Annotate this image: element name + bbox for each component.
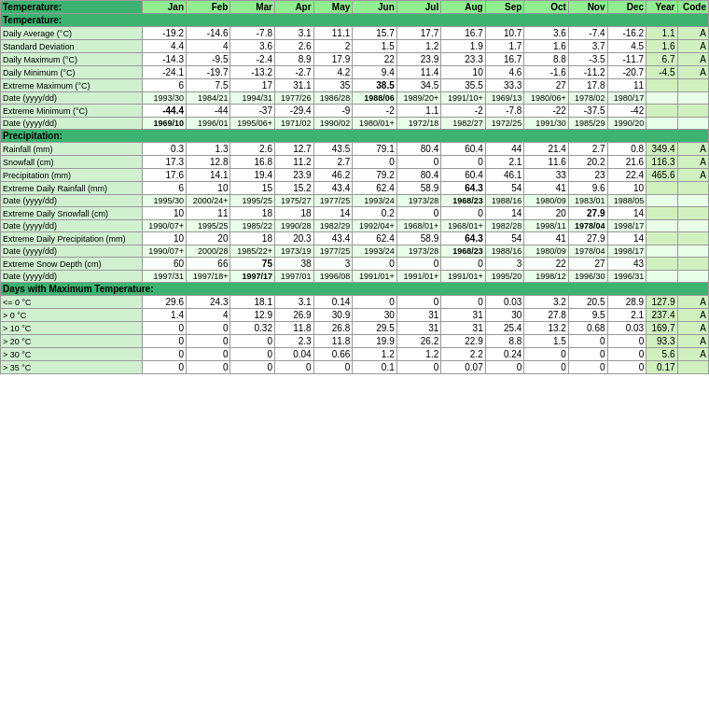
table-cell: 1982/28: [485, 220, 524, 232]
table-cell: 10.7: [485, 27, 524, 40]
col-header-code: Code: [677, 1, 708, 14]
table-cell: 1977/25: [313, 245, 353, 258]
table-cell: 1980/01+: [353, 118, 396, 130]
table-cell: 27.8: [524, 309, 568, 322]
table-cell: 1985/22: [230, 220, 274, 232]
table-cell: -7.8: [485, 105, 524, 118]
table-cell: 23.9: [396, 53, 440, 66]
table-cell: 10: [187, 182, 230, 195]
table-cell: 22.4: [607, 169, 646, 182]
table-cell: 64.3: [441, 182, 485, 195]
table-cell: 1991/01+: [441, 271, 485, 283]
table-cell: 1973/28: [396, 245, 440, 258]
table-cell: 23.3: [441, 53, 485, 66]
table-cell: 43.4: [313, 182, 353, 195]
table-cell: -19.2: [142, 27, 186, 40]
table-cell: 9.4: [353, 66, 396, 79]
table-cell: 1980/06+: [524, 92, 568, 105]
table-cell: 1998/11: [524, 220, 568, 232]
table-cell: 0: [524, 361, 568, 374]
table-cell: 25.4: [485, 322, 524, 335]
table-cell: -20.7: [607, 66, 646, 79]
table-cell: 465.6: [646, 169, 677, 182]
table-cell: 1972/25: [485, 118, 524, 130]
table-cell: 1990/20: [607, 118, 646, 130]
table-cell: 1995/20: [485, 271, 524, 283]
table-cell: 1988/06: [353, 92, 396, 105]
table-cell: 0: [396, 296, 440, 309]
table-cell: -1.6: [524, 66, 568, 79]
table-cell: 30.9: [313, 309, 353, 322]
table-cell: 3.1: [274, 296, 313, 309]
table-cell: -2.4: [230, 53, 274, 66]
col-header-sep: Sep: [485, 1, 524, 14]
table-cell: 1.9: [441, 40, 485, 53]
table-cell: 1971/02: [274, 118, 313, 130]
table-cell: 0.3: [142, 143, 186, 156]
row-label: Extreme Daily Rainfall (mm): [1, 182, 143, 195]
table-cell: 1993/24: [353, 245, 396, 258]
row-label: > 0 °C: [1, 309, 143, 322]
table-cell: 116.3: [646, 156, 677, 169]
table-cell: 0: [230, 361, 274, 374]
section-header: Precipitation:: [1, 130, 709, 143]
col-header-may: May: [313, 1, 353, 14]
table-cell: -4.5: [646, 66, 677, 79]
table-cell: A: [677, 296, 708, 309]
table-cell: 8.8: [524, 53, 568, 66]
row-label: Extreme Maximum (°C): [1, 79, 143, 92]
table-cell: 6.7: [646, 53, 677, 66]
table-cell: 1995/06+: [230, 118, 274, 130]
table-cell: 27: [524, 79, 568, 92]
table-cell: 1978/04: [568, 220, 607, 232]
table-cell: 1.2: [396, 40, 440, 53]
table-cell: 30: [485, 309, 524, 322]
table-cell: 43: [607, 258, 646, 271]
table-cell: 1968/01+: [396, 220, 440, 232]
table-cell: [677, 271, 708, 283]
table-cell: 1.1: [396, 105, 440, 118]
table-cell: 10: [142, 207, 186, 220]
table-cell: 41: [524, 232, 568, 245]
table-cell: A: [677, 335, 708, 348]
table-cell: 1993/30: [142, 92, 186, 105]
table-cell: 31.1: [274, 79, 313, 92]
table-cell: 2.7: [313, 156, 353, 169]
table-cell: 20: [187, 232, 230, 245]
table-cell: 1995/30: [142, 195, 186, 207]
table-cell: 0.07: [441, 361, 485, 374]
table-cell: 1980/09: [524, 245, 568, 258]
table-cell: -42: [607, 105, 646, 118]
table-cell: 15.7: [353, 27, 396, 40]
table-cell: 1997/31: [142, 271, 186, 283]
table-cell: 33: [524, 169, 568, 182]
table-cell: 1968/23: [441, 245, 485, 258]
table-cell: 4.6: [485, 66, 524, 79]
table-cell: [646, 245, 677, 258]
table-cell: 17: [230, 79, 274, 92]
row-label: Extreme Minimum (°C): [1, 105, 143, 118]
col-header-jun: Jun: [353, 1, 396, 14]
table-cell: [677, 207, 708, 220]
table-cell: 14: [607, 207, 646, 220]
table-cell: -44: [187, 105, 230, 118]
table-cell: [677, 118, 708, 130]
table-cell: 80.4: [396, 169, 440, 182]
table-cell: 0.14: [313, 296, 353, 309]
table-cell: 15.2: [274, 182, 313, 195]
table-cell: 0: [607, 361, 646, 374]
table-cell: 17.7: [396, 27, 440, 40]
table-cell: 5.6: [646, 348, 677, 361]
table-cell: 1985/22+: [230, 245, 274, 258]
table-cell: 1982/27: [441, 118, 485, 130]
table-cell: 1997/18+: [187, 271, 230, 283]
table-cell: 2000/24+: [187, 195, 230, 207]
table-cell: [677, 232, 708, 245]
col-header-oct: Oct: [524, 1, 568, 14]
table-cell: 3.1: [274, 27, 313, 40]
table-cell: 12.7: [274, 143, 313, 156]
col-header-mar: Mar: [230, 1, 274, 14]
table-cell: 31: [396, 309, 440, 322]
table-cell: 1.6: [646, 40, 677, 53]
table-cell: 349.4: [646, 143, 677, 156]
